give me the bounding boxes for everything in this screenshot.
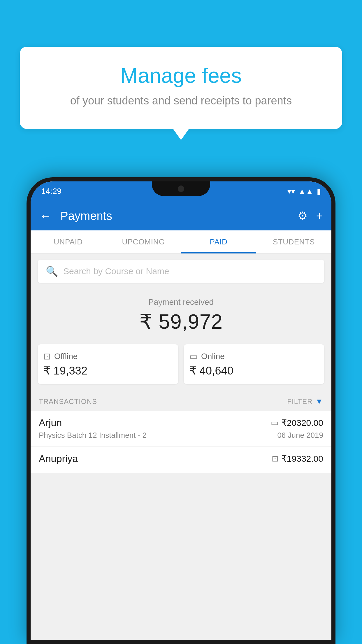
table-row[interactable]: Anupriya ⊡ ₹19332.00 xyxy=(31,447,331,473)
volume-up-button xyxy=(27,240,29,263)
payment-cards-row: ⊡ Offline ₹ 19,332 ▭ Online ₹ 40,640 xyxy=(31,340,331,391)
offline-label: Offline xyxy=(54,352,78,361)
wifi-icon: ▾▾ xyxy=(287,187,295,196)
page-title: Payments xyxy=(60,209,292,223)
tab-upcoming[interactable]: UPCOMING xyxy=(106,230,181,253)
filter-label: FILTER xyxy=(287,398,312,406)
offline-amount: ₹ 19,332 xyxy=(43,364,173,377)
tab-unpaid[interactable]: UNPAID xyxy=(31,230,106,253)
amount-value: ₹19332.00 xyxy=(281,454,323,464)
transaction-description: Physics Batch 12 Installment - 2 xyxy=(39,431,147,440)
offline-payment-card: ⊡ Offline ₹ 19,332 xyxy=(38,344,178,384)
filter-icon: ▼ xyxy=(315,397,323,406)
amount-value: ₹20320.00 xyxy=(281,418,323,428)
offline-card-header: ⊡ Offline xyxy=(43,351,173,361)
transaction-sub-row: Physics Batch 12 Installment - 2 06 June… xyxy=(39,431,323,440)
payment-received-label: Payment received xyxy=(31,298,331,307)
tooltip-card: Manage fees of your students and send re… xyxy=(20,47,342,129)
volume-down-button xyxy=(27,272,29,295)
offline-icon: ⊡ xyxy=(43,351,51,361)
payment-received-amount: ₹ 59,972 xyxy=(31,310,331,334)
online-card-header: ▭ Online xyxy=(189,351,319,361)
transaction-row-top: Arjun ▭ ₹20320.00 xyxy=(39,417,323,428)
add-icon[interactable]: + xyxy=(316,210,323,222)
notch xyxy=(152,181,210,196)
transaction-list: Arjun ▭ ₹20320.00 Physics Batch 12 Insta… xyxy=(31,411,331,473)
transaction-date: 06 June 2019 xyxy=(277,431,323,440)
cash-payment-icon: ⊡ xyxy=(272,454,278,463)
front-camera xyxy=(178,186,184,192)
content-area: 🔍 Search by Course or Name Payment recei… xyxy=(31,254,331,640)
back-button[interactable]: ← xyxy=(39,209,52,223)
phone-frame: 14:29 ▾▾ ▲▲ ▮ ← Payments ⚙ + UNPAID UPCO… xyxy=(27,177,335,644)
filter-button[interactable]: FILTER ▼ xyxy=(287,397,323,406)
settings-icon[interactable]: ⚙ xyxy=(298,209,307,222)
online-amount: ₹ 40,640 xyxy=(189,364,319,377)
transaction-row-top: Anupriya ⊡ ₹19332.00 xyxy=(39,453,323,464)
status-icons: ▾▾ ▲▲ ▮ xyxy=(287,187,321,196)
tab-paid[interactable]: PAID xyxy=(181,230,256,253)
app-bar: ← Payments ⚙ + xyxy=(31,201,331,230)
transaction-amount: ⊡ ₹19332.00 xyxy=(272,454,323,464)
online-icon: ▭ xyxy=(189,351,198,361)
table-row[interactable]: Arjun ▭ ₹20320.00 Physics Batch 12 Insta… xyxy=(31,411,331,447)
phone-screen: 14:29 ▾▾ ▲▲ ▮ ← Payments ⚙ + UNPAID UPCO… xyxy=(31,181,331,640)
online-payment-card: ▭ Online ₹ 40,640 xyxy=(184,344,324,384)
signal-icon: ▲▲ xyxy=(298,187,313,196)
transactions-header: TRANSACTIONS FILTER ▼ xyxy=(31,391,331,411)
transaction-amount: ▭ ₹20320.00 xyxy=(271,418,323,428)
tooltip-subtitle: of your students and send receipts to pa… xyxy=(34,93,328,108)
transaction-name: Anupriya xyxy=(39,453,78,464)
transaction-name: Arjun xyxy=(39,417,62,428)
search-input[interactable]: Search by Course or Name xyxy=(63,266,169,276)
tab-bar: UNPAID UPCOMING PAID STUDENTS xyxy=(31,230,331,254)
tab-students[interactable]: STUDENTS xyxy=(256,230,331,253)
search-bar[interactable]: 🔍 Search by Course or Name xyxy=(38,260,324,283)
card-payment-icon: ▭ xyxy=(271,418,278,428)
status-time: 14:29 xyxy=(41,187,61,196)
payment-received-section: Payment received ₹ 59,972 xyxy=(31,289,331,340)
tooltip-title: Manage fees xyxy=(34,64,328,87)
search-icon: 🔍 xyxy=(46,265,58,277)
transactions-label: TRANSACTIONS xyxy=(39,398,97,406)
power-button xyxy=(333,254,335,289)
battery-icon: ▮ xyxy=(317,187,321,196)
app-bar-actions: ⚙ + xyxy=(298,209,323,222)
online-label: Online xyxy=(201,352,225,361)
